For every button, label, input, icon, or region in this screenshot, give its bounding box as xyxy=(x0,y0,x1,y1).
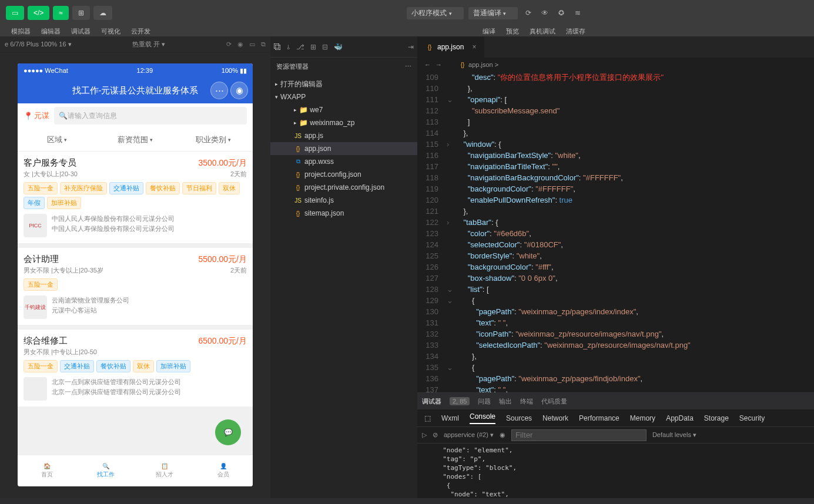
tab-memory[interactable]: Memory xyxy=(630,414,655,422)
tab-appdata[interactable]: AppData xyxy=(666,414,694,422)
levels-select[interactable]: Default levels ▾ xyxy=(652,431,696,439)
tab-console[interactable]: Console xyxy=(470,412,495,424)
tab-member[interactable]: 👤会员 xyxy=(194,455,253,486)
console-top-tabs: 调试器 2, 85 问题 输出 终端 代码质量 xyxy=(417,393,814,409)
db-icon[interactable]: ⊟ xyxy=(322,43,328,51)
clear-icon[interactable]: ⊘ xyxy=(433,431,438,439)
file-sitemap.json[interactable]: {} sitemap.json xyxy=(270,207,417,220)
job-meta: 男女不限 |大专以上|20-35岁 xyxy=(24,266,103,275)
job-card[interactable]: 综合维修工6500.00元/月 男女不限 |中专以上|20-50 五险一金交通补… xyxy=(18,330,253,406)
bc-fwd-icon[interactable]: → xyxy=(436,61,442,68)
tree-section-editors[interactable]: ▸ 打开的编辑器 xyxy=(270,78,417,90)
console-panel: 调试器 2, 85 问题 输出 终端 代码质量 ⬚ Wxml Console S… xyxy=(417,392,814,498)
refresh-icon[interactable]: ⟳ xyxy=(226,41,232,48)
job-tag: 节日福利 xyxy=(182,182,216,194)
clear-cache-icon[interactable]: ≋ xyxy=(570,6,586,20)
breadcrumb: ← → {} app.json > xyxy=(417,58,814,72)
tab-performance[interactable]: Performance xyxy=(579,414,619,422)
filter-input[interactable] xyxy=(511,429,646,441)
location-picker[interactable]: 📍 元谋 xyxy=(24,110,49,121)
eye-icon[interactable]: ◉ xyxy=(500,431,505,439)
explorer-panel: ⿻ ⫰ ⎇ ⊞ ⊟ 🐳 ⇥ 资源管理器⋯ ▸ 打开的编辑器 ▾ WXAPP ▸ … xyxy=(270,36,417,498)
bc-back-icon[interactable]: ← xyxy=(424,61,431,68)
filter-area[interactable]: 区域 ▾ xyxy=(18,128,96,151)
inspect-icon[interactable]: ⬚ xyxy=(424,414,431,422)
job-tag: 交通补贴 xyxy=(109,182,143,194)
tab-network[interactable]: Network xyxy=(542,414,568,422)
company-name: 中国人民人寿保险股份有限公司元谋分公司 xyxy=(52,214,247,224)
git-icon[interactable]: ⎇ xyxy=(296,43,304,51)
record-icon[interactable]: ◉ xyxy=(237,41,243,48)
collapse-icon[interactable]: ⇥ xyxy=(408,43,414,51)
filter-category[interactable]: 职业类别 ▾ xyxy=(175,128,253,151)
file-project.private.config.json[interactable]: {} project.private.config.json xyxy=(270,181,417,194)
ext-icon[interactable]: ⊞ xyxy=(310,43,316,51)
job-card[interactable]: 会计助理5500.00元/月 男女不限 |大专以上|20-35岁2天前 五险一金… xyxy=(18,248,253,325)
company-addr: 北京一点到家供应链管理有限公司元谋分公司 xyxy=(52,387,247,397)
tab-recruit[interactable]: 📋招人才 xyxy=(135,455,194,486)
docker-icon[interactable]: 🐳 xyxy=(334,43,343,51)
cloud-tab-icon[interactable]: ☁ xyxy=(93,6,112,20)
tab-home[interactable]: 🏠首页 xyxy=(18,455,76,486)
file-app.wxss[interactable]: ⧉ app.wxss xyxy=(270,155,417,168)
more-icon[interactable]: ⋯ xyxy=(405,63,411,70)
tab-output[interactable]: 输出 xyxy=(499,397,512,406)
tab-findjob[interactable]: 🔍找工作 xyxy=(76,455,135,486)
editor-tab-icon[interactable]: </> xyxy=(28,6,49,20)
company-logo xyxy=(24,377,47,401)
tab-sources[interactable]: Sources xyxy=(506,414,532,422)
job-list[interactable]: 客户服务专员3500.00元/月 女 |大专以上|20-302天前 五险一金补充… xyxy=(18,152,253,455)
mode-select[interactable]: 小程序模式 ▾ xyxy=(407,7,463,19)
visual-tab-icon[interactable]: ⊞ xyxy=(72,6,90,20)
chat-fab[interactable]: 💬 xyxy=(215,419,241,445)
job-tag: 双休 xyxy=(219,182,240,194)
tree-section-wxapp[interactable]: ▾ WXAPP xyxy=(270,90,417,103)
tab-problems[interactable]: 问题 xyxy=(478,397,491,406)
compile-select[interactable]: 普通编译 ▾ xyxy=(468,7,518,19)
files-icon[interactable]: ⿻ xyxy=(274,43,281,51)
play-icon[interactable]: ▷ xyxy=(422,431,427,439)
compile-icon[interactable]: ⟳ xyxy=(520,6,537,20)
device-icon[interactable]: ▭ xyxy=(249,41,255,48)
tab-storage[interactable]: Storage xyxy=(704,414,729,422)
file-project.config.json[interactable]: {} project.config.json xyxy=(270,168,417,181)
job-tag: 补充医疗保险 xyxy=(60,182,107,194)
preview-icon[interactable]: 👁 xyxy=(537,6,553,20)
file-app.js[interactable]: JS app.js xyxy=(270,129,417,142)
company-logo: PICC xyxy=(24,214,47,237)
job-tag: 双休 xyxy=(133,360,154,372)
job-salary: 6500.00元/月 xyxy=(199,336,247,347)
file-app.json[interactable]: {} app.json xyxy=(270,142,417,155)
remote-debug-icon[interactable]: ✪ xyxy=(553,6,570,20)
device-select[interactable]: e 6/7/8 Plus 100% 16 ▾ xyxy=(5,41,72,48)
search-input[interactable]: 🔍 请输入查询信息 xyxy=(54,107,247,125)
tab-quality[interactable]: 代码质量 xyxy=(541,397,567,406)
job-tag: 五险一金 xyxy=(24,182,58,194)
job-tag: 五险一金 xyxy=(24,360,58,372)
file-we7[interactable]: ▸ 📁 we7 xyxy=(270,103,417,116)
tab-debugger[interactable]: 调试器 xyxy=(422,397,441,406)
tab-wxml[interactable]: Wxml xyxy=(441,414,459,422)
filter-salary[interactable]: 薪资范围 ▾ xyxy=(96,128,174,151)
branch-icon[interactable]: ⫰ xyxy=(287,43,290,51)
console-output[interactable]: "node": "element", "tag": "p", "tagType"… xyxy=(417,443,814,498)
code-area[interactable]: 109 "desc": "你的位置信息将用于小程序位置接口的效果展示"110 }… xyxy=(417,72,814,392)
job-tag: 餐饮补贴 xyxy=(146,182,180,194)
file-weixinmao_zp[interactable]: ▸ 📁 weixinmao_zp xyxy=(270,116,417,129)
file-siteinfo.js[interactable]: JS siteinfo.js xyxy=(270,194,417,207)
close-tab-icon[interactable]: × xyxy=(472,43,476,51)
editor-tab-appjson[interactable]: {} app.json × xyxy=(417,36,484,58)
simulator-tab-icon[interactable]: ▭ xyxy=(6,6,24,20)
context-select[interactable]: appservice (#2) ▾ xyxy=(444,431,494,439)
hotreload-toggle[interactable]: 热重载 开 ▾ xyxy=(132,40,165,49)
debugger-tab-icon[interactable]: ≈ xyxy=(53,6,69,20)
job-card[interactable]: 客户服务专员3500.00元/月 女 |大专以上|20-302天前 五险一金补充… xyxy=(18,152,253,243)
job-meta: 男女不限 |中专以上|20-50 xyxy=(24,348,97,357)
tab-bar: 🏠首页 🔍找工作 📋招人才 👤会员 xyxy=(18,455,253,486)
tab-security[interactable]: Security xyxy=(739,414,765,422)
tab-terminal[interactable]: 终端 xyxy=(520,397,533,406)
menu-icon[interactable]: ⋯ xyxy=(210,82,228,99)
close-icon[interactable]: ◉ xyxy=(230,82,248,99)
company-addr: 中国人民人寿保险股份有限公司元谋分公司 xyxy=(52,224,247,234)
popup-icon[interactable]: ⧉ xyxy=(261,41,266,48)
